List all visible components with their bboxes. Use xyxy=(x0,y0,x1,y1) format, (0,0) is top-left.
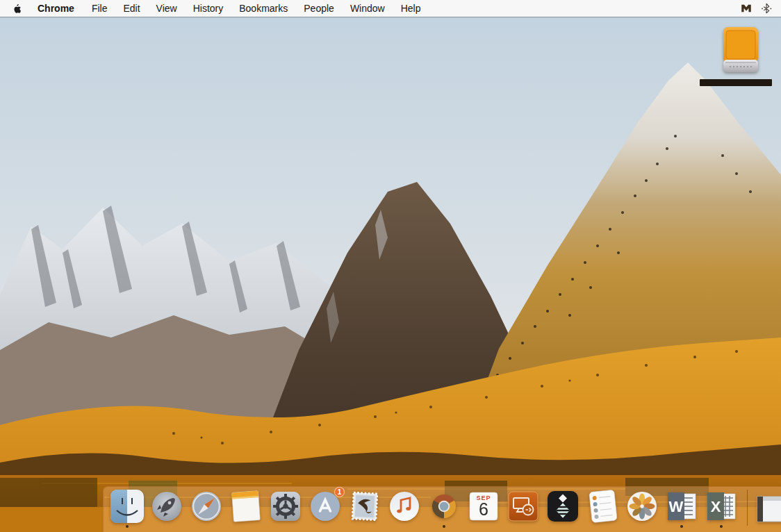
macos-desktop: Chrome FileEditViewHistoryBookmarksPeopl… xyxy=(0,0,781,532)
mail-icon xyxy=(348,490,381,523)
svg-text:6: 6 xyxy=(479,499,488,519)
dock-item-finder[interactable] xyxy=(110,490,144,523)
menubar-status-area xyxy=(740,2,774,15)
dock-item-safari[interactable] xyxy=(190,490,223,523)
menu-edit[interactable]: Edit xyxy=(123,3,140,14)
apple-icon[interactable] xyxy=(13,3,23,15)
menu-view[interactable]: View xyxy=(156,3,177,14)
malwarebytes-icon[interactable] xyxy=(740,2,753,15)
chrome-icon xyxy=(427,490,461,523)
menu-window[interactable]: Window xyxy=(350,3,385,14)
safari-icon xyxy=(190,490,223,523)
itunes-icon xyxy=(388,490,421,523)
dock-item-photos[interactable] xyxy=(625,490,659,523)
dock-item-chrome[interactable] xyxy=(427,490,461,523)
bluetooth-icon[interactable] xyxy=(760,2,773,15)
calendar-icon: SEP6 xyxy=(467,490,500,523)
dock-item-word[interactable]: W xyxy=(665,490,698,523)
menu-file[interactable]: File xyxy=(92,3,108,14)
svg-text:X: X xyxy=(711,498,721,515)
dock-item-reminders[interactable] xyxy=(586,490,619,523)
dock-item-launchpad[interactable] xyxy=(150,490,183,523)
dock-item-filmora[interactable] xyxy=(546,490,579,523)
excel-icon: X xyxy=(705,490,738,523)
chrome-minimized-window[interactable] xyxy=(757,491,781,527)
filmora-icon xyxy=(546,490,579,523)
running-indicator xyxy=(720,525,723,528)
active-app-menu[interactable]: Chrome xyxy=(38,3,74,14)
dock-item-calendar[interactable]: SEP6 xyxy=(467,490,500,523)
menu-people[interactable]: People xyxy=(304,3,334,14)
wallpaper-image xyxy=(0,17,781,532)
running-indicator xyxy=(443,525,445,528)
notes-icon xyxy=(229,490,263,523)
running-indicator xyxy=(680,525,683,528)
menu-bookmarks[interactable]: Bookmarks xyxy=(239,3,288,14)
menu-history[interactable]: History xyxy=(193,3,224,14)
dock-item-app-store[interactable]: 1 xyxy=(309,490,342,523)
notification-badge: 1 xyxy=(334,487,345,497)
dock-divider xyxy=(747,490,748,526)
launchpad-icon xyxy=(150,490,183,523)
dock-item-system-preferences[interactable] xyxy=(269,490,302,523)
finder-icon xyxy=(110,490,144,523)
dock-item-excel[interactable]: X xyxy=(705,490,738,523)
external-drive-icon[interactable] xyxy=(721,26,760,75)
remote-desktop-icon xyxy=(507,490,540,523)
word-icon: W xyxy=(665,490,698,523)
menubar-menus: FileEditViewHistoryBookmarksPeopleWindow… xyxy=(92,3,437,14)
photos-icon xyxy=(625,490,659,523)
system-preferences-icon xyxy=(269,490,302,523)
dock: 1SEP6WX xyxy=(103,486,781,532)
dock-item-itunes[interactable] xyxy=(388,490,421,523)
dock-item-remote-desktop[interactable] xyxy=(507,490,540,523)
drive-name-label xyxy=(700,79,772,86)
desktop-wallpaper xyxy=(0,17,781,532)
menu-help[interactable]: Help xyxy=(401,3,421,14)
dock-item-mail[interactable] xyxy=(348,490,381,523)
svg-text:W: W xyxy=(669,498,684,515)
reminders-icon xyxy=(586,490,619,523)
running-indicator xyxy=(126,525,129,528)
dock-item-notes[interactable] xyxy=(229,490,263,523)
menu-bar: Chrome FileEditViewHistoryBookmarksPeopl… xyxy=(0,0,781,17)
